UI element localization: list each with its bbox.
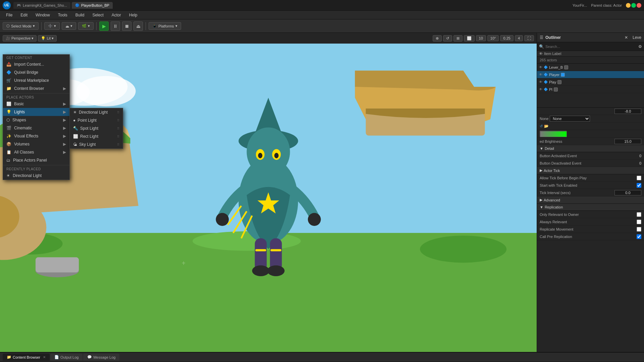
vp-surface-btn[interactable]: ⬜ (464, 35, 475, 42)
point-light-item[interactable]: ● Point Light ⠿ (70, 116, 123, 124)
outliner-close-icon[interactable]: ✕ (625, 35, 628, 40)
outliner-item-play[interactable]: 👁 🔷 Play (537, 78, 644, 86)
quixel-bridge-item[interactable]: 🔷 Quixel Bridge (3, 68, 69, 76)
menu-select[interactable]: Select (89, 12, 107, 18)
vp-grid[interactable]: 10° (487, 35, 499, 41)
tab-output-log[interactable]: 📄 Output Log (50, 354, 83, 361)
color-swatch-bg[interactable] (540, 131, 567, 137)
advanced-header[interactable]: ▶ Advanced (537, 196, 644, 204)
sky-light-item[interactable]: 🌤 Sky Light ⠿ (70, 140, 123, 148)
only-relevant-row: Only Relevant to Owner (537, 211, 644, 218)
eject-button[interactable]: ⏏ (133, 21, 143, 31)
tab-playerbutton[interactable]: 🔵 PlayerButton_BP (72, 2, 113, 9)
lights-item[interactable]: 💡 Lights ▶ ☀ Directional Light ⠿ ● Point… (3, 108, 69, 116)
numeric-input[interactable] (614, 109, 641, 114)
play-checkbox[interactable] (557, 80, 561, 84)
tab-content-browser[interactable]: 📁 Content Browser ✕ (3, 354, 50, 361)
volumes-item[interactable]: 📦 Volumes ▶ (3, 140, 69, 148)
scale-label: 0.25 (503, 36, 510, 40)
btn-activated-row: Button Activated Event 0 (537, 152, 644, 160)
outliner-item-leverb[interactable]: 👁 🔷 Lever_B (537, 64, 644, 71)
only-relevant-checkbox[interactable] (637, 212, 641, 217)
menu-help[interactable]: Help (126, 12, 141, 18)
perspective-btn[interactable]: 🎥 Perspective ▾ (3, 35, 37, 42)
vp-rotate-btn[interactable]: ↺ (443, 35, 452, 42)
menu-file[interactable]: File (3, 12, 16, 18)
quixel-icon: 🔷 (6, 70, 11, 75)
add-content-btn[interactable]: ➕ ▾ (44, 22, 60, 30)
cinematic-item[interactable]: 🎬 Cinematic ▶ (3, 124, 69, 132)
viewport-canvas[interactable]: + (0, 44, 537, 352)
tick-before-checkbox[interactable] (637, 176, 641, 180)
platforms-btn[interactable]: 📱 Platforms ▾ (149, 22, 181, 30)
titlebar-parent: Parent class: Actor (591, 3, 622, 7)
eye-icon-4: 👁 (539, 87, 542, 91)
menu-build[interactable]: Build (72, 12, 88, 18)
always-relevant-checkbox[interactable] (637, 220, 641, 224)
outliner-search-input[interactable] (545, 45, 637, 49)
color-swatch[interactable] (540, 131, 567, 137)
details-section-header[interactable]: ▼ Detail (537, 145, 644, 152)
close-button[interactable] (637, 3, 641, 8)
shapes-item[interactable]: ⬡ Shapes ▶ (3, 116, 69, 124)
vp-num[interactable]: 4 (515, 35, 523, 41)
minimize-button[interactable] (626, 3, 631, 8)
actor-tick-header[interactable]: ▶ Actor Tick (537, 167, 644, 174)
basic-item[interactable]: ⬜ Basic ▶ (3, 100, 69, 108)
content-browser-tab-close[interactable]: ✕ (43, 355, 46, 359)
outliner-settings-icon[interactable]: ⚙ (638, 44, 642, 49)
vp-maximize[interactable]: ⛶ (524, 35, 534, 41)
tab-learningkit[interactable]: 🎮 LearningKit_Games_Sho... (13, 2, 70, 9)
vp-camera-speed[interactable]: 10 (476, 35, 486, 41)
foliage-btn[interactable]: 🌿 ▾ (78, 22, 94, 30)
vp-scale-btn[interactable]: ⊞ (453, 35, 463, 42)
lit-btn[interactable]: 💡 Lit ▾ (38, 35, 57, 42)
drag-handle-2: ⠿ (117, 119, 119, 122)
unreal-marketplace-item[interactable]: 🛒 Unreal Marketplace (3, 76, 69, 84)
details-tab-label[interactable]: Leve (633, 35, 641, 40)
none-dropdown[interactable]: None (550, 116, 590, 122)
rect-light-item[interactable]: ⬜ Rect Light ⠿ (70, 132, 123, 140)
outliner-item-pl[interactable]: 👁 🔷 Pl (537, 86, 644, 93)
brightness-input[interactable] (614, 139, 641, 144)
menu-window[interactable]: Window (32, 12, 53, 18)
menu-actor[interactable]: Actor (108, 12, 124, 18)
replicate-movement-checkbox[interactable] (637, 227, 641, 232)
leverb-checkbox[interactable] (564, 65, 568, 69)
spot-light-item[interactable]: 🔦 Spot Light ⠿ (70, 124, 123, 132)
lights-submenu: ☀ Directional Light ⠿ ● Point Light ⠿ 🔦 … (69, 108, 123, 149)
outliner-item-player[interactable]: 👁 🔷 Player (537, 71, 644, 78)
recently-placed-directional[interactable]: ☀ Directional Light (3, 172, 69, 180)
landscape-icon: ⛰ (65, 24, 69, 28)
directional-light-item[interactable]: ☀ Directional Light ⠿ (70, 108, 123, 116)
vp-translate-btn[interactable]: ⊕ (433, 35, 442, 42)
only-relevant-label: Only Relevant to Owner (540, 213, 637, 217)
maximize-button[interactable] (631, 3, 636, 8)
eye-icon: 👁 (539, 65, 542, 69)
stop-button[interactable]: ⏹ (122, 21, 131, 31)
tick-interval-input[interactable] (614, 190, 641, 195)
tick-enabled-checkbox[interactable] (637, 183, 641, 188)
pl-checkbox[interactable] (554, 87, 558, 92)
content-browser-tab-icon: 📁 (7, 355, 11, 359)
play-button[interactable]: ▶ (99, 21, 109, 31)
all-classes-item[interactable]: 📋 All Classes ▶ (3, 148, 69, 156)
import-content-item[interactable]: 📥 Import Content... (3, 60, 69, 68)
menu-tools[interactable]: Tools (55, 12, 71, 18)
details-reset-icon[interactable]: ↺ (540, 124, 543, 128)
player-checkbox[interactable] (561, 73, 565, 77)
details-browse-icon[interactable]: 📂 (544, 124, 549, 128)
place-actors-panel-item[interactable]: 🗂 Place Actors Panel (3, 156, 69, 164)
content-browser-item[interactable]: 📁 Content Browser ▶ (3, 84, 69, 93)
visual-effects-item[interactable]: ✨ Visual Effects ▶ (3, 132, 69, 140)
landscape-btn[interactable]: ⛰ ▾ (62, 22, 76, 30)
call-pre-rep-checkbox[interactable] (637, 234, 641, 239)
place-actors-dropdown: GET CONTENT 📥 Import Content... 🔷 Quixel… (3, 54, 70, 180)
pause-button[interactable]: ⏸ (111, 21, 120, 31)
replication-header[interactable]: ▼ Replication (537, 204, 644, 211)
tab-message-log[interactable]: 💬 Message Log (83, 354, 119, 361)
menu-edit[interactable]: Edit (17, 12, 31, 18)
vp-scale-val[interactable]: 0.25 (500, 35, 513, 41)
advanced-label: Advanced (544, 198, 560, 202)
mode-selector[interactable]: ⬡ Select Mode ▾ (3, 22, 39, 30)
